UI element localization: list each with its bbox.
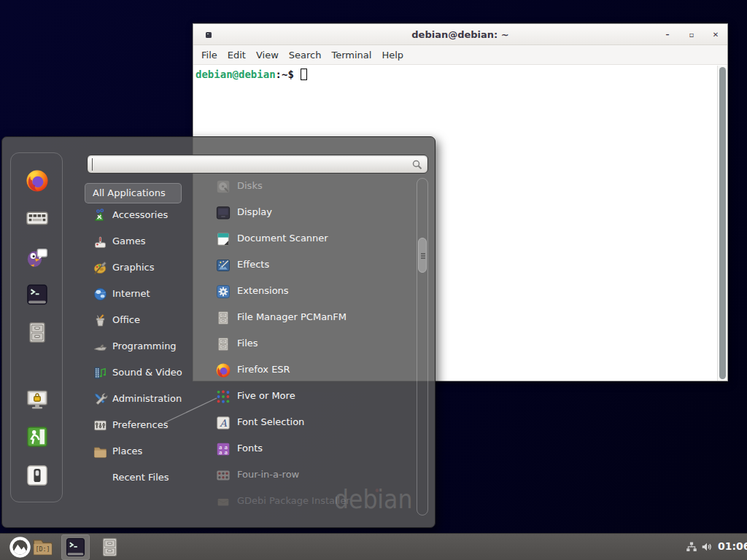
five-or-more-icon (215, 389, 231, 405)
favorite-firefox-icon[interactable] (25, 168, 50, 193)
taskbar-folder-icon[interactable]: [D:] (31, 536, 54, 559)
app-gdebi-package-installer[interactable]: GDebi Package Installer (209, 489, 413, 515)
category-label: Sound & Video (112, 367, 182, 378)
office-icon (93, 313, 108, 328)
taskbar: [D:] 01:06 (0, 533, 747, 560)
app-four-in-a-row[interactable]: Four-in-a-row (209, 462, 413, 489)
app-firefox-esr[interactable]: Firefox ESR (209, 357, 413, 384)
terminal-menu-edit[interactable]: Edit (222, 50, 251, 61)
fonts-icon: aaaa (215, 441, 231, 457)
file-cabinet-icon (215, 310, 231, 326)
favorites-sidebar (10, 152, 63, 502)
category-label: Internet (112, 288, 150, 299)
terminal-menu-help[interactable]: Help (376, 50, 409, 61)
app-files[interactable]: Files (209, 331, 413, 357)
file-cabinet-icon (98, 536, 121, 559)
app-effects[interactable]: Effects (209, 252, 413, 279)
category-label: Games (112, 236, 145, 246)
terminal-menu-terminal[interactable]: Terminal (326, 50, 376, 61)
category-label: Office (112, 314, 140, 325)
favorite-shutdown-icon[interactable] (25, 463, 50, 488)
effects-icon (215, 257, 231, 273)
terminal-titlebar[interactable]: debian@debian: ~ – ▫ ✕ (193, 24, 727, 45)
favorite-file-cabinet-icon[interactable] (25, 320, 50, 345)
taskbar-file-cabinet-icon[interactable] (98, 536, 121, 559)
gdebi-icon (215, 494, 231, 510)
terminal-cursor (301, 69, 307, 80)
file-cabinet-icon (215, 336, 231, 352)
favorite-logout-icon[interactable] (25, 424, 50, 449)
category-label: Accessories (112, 209, 168, 220)
terminal-menu-view[interactable]: View (251, 50, 284, 61)
terminal-menu-search[interactable]: Search (284, 50, 327, 61)
app-fonts[interactable]: aaaaFonts (209, 436, 413, 462)
category-label: Administration (112, 393, 182, 404)
category-label: Places (112, 446, 142, 456)
favorite-keyboard-icon[interactable] (25, 206, 50, 230)
app-extensions[interactable]: Extensions (209, 279, 413, 305)
menu-scrollbar-thumb[interactable] (418, 238, 427, 273)
menu-scrollbar[interactable] (417, 178, 428, 516)
taskbar-clock[interactable]: 01:06 (718, 540, 747, 552)
terminal-icon (64, 536, 87, 559)
network-icon[interactable] (685, 540, 698, 553)
app-font-selection[interactable]: AFont Selection (209, 410, 413, 436)
category-programming[interactable]: Programming (85, 334, 205, 360)
disks-icon (215, 179, 231, 195)
folder-icon: [D:] (31, 536, 54, 559)
app-label: Files (237, 338, 258, 349)
category-preferences[interactable]: Preferences (85, 413, 205, 439)
app-disks[interactable]: Disks (209, 174, 413, 200)
taskbar-menu-logo-icon[interactable] (9, 536, 31, 559)
pidgin-icon (25, 244, 50, 268)
app-display[interactable]: Display (209, 200, 413, 226)
taskbar-terminal-icon[interactable] (64, 536, 87, 559)
maximize-button[interactable]: ▫ (681, 24, 703, 45)
category-all-applications[interactable]: All Applications (85, 183, 182, 203)
keyboard-icon (25, 206, 50, 230)
terminal-scrollbar[interactable] (717, 66, 727, 381)
svg-text:a: a (219, 449, 222, 456)
volume-icon[interactable] (700, 540, 713, 553)
category-internet[interactable]: Internet (85, 281, 205, 308)
app-five-or-more[interactable]: Five or More (209, 384, 413, 410)
app-label: Document Scanner (237, 233, 328, 244)
graphics-icon (93, 260, 108, 276)
app-label: File Manager PCManFM (237, 311, 347, 322)
app-label: Display (237, 206, 272, 217)
category-label: Preferences (112, 419, 168, 430)
category-accessories[interactable]: Accessories (85, 203, 205, 229)
category-sound-video[interactable]: Sound & Video (85, 360, 205, 386)
font-selection-icon: A (215, 415, 231, 431)
close-button[interactable]: ✕ (705, 24, 727, 45)
category-administration[interactable]: Administration (85, 386, 205, 413)
category-label: Recent Files (112, 472, 169, 483)
app-label: Font Selection (237, 416, 304, 427)
preferences-icon (93, 418, 108, 433)
terminal-title: debian@debian: ~ (193, 29, 727, 40)
firefox-icon (215, 362, 231, 378)
firefox-icon (25, 168, 50, 193)
four-in-a-row-icon (215, 467, 231, 483)
network-icon (685, 540, 698, 553)
favorite-pidgin-icon[interactable] (25, 244, 50, 268)
category-graphics[interactable]: Graphics (85, 255, 205, 281)
administration-icon (93, 392, 108, 407)
favorite-terminal-icon[interactable] (25, 282, 50, 307)
app-file-manager-pcmanfm[interactable]: File Manager PCManFM (209, 305, 413, 331)
app-document-scanner[interactable]: Document Scanner (209, 226, 413, 252)
category-places[interactable]: Places (85, 439, 205, 465)
display-icon (215, 205, 231, 221)
minimize-button[interactable]: – (657, 24, 678, 45)
category-office[interactable]: Office (85, 308, 205, 334)
terminal-menu-file[interactable]: File (196, 50, 222, 61)
search-input[interactable] (87, 155, 428, 174)
internet-icon (93, 287, 108, 302)
category-recent-files[interactable]: Recent Files (85, 465, 205, 491)
terminal-scrollbar-thumb[interactable] (719, 67, 726, 379)
category-games[interactable]: Games (85, 229, 205, 255)
shutdown-icon (25, 463, 50, 488)
favorite-screensaver-icon[interactable] (25, 387, 50, 412)
places-icon (93, 444, 108, 459)
search-icon (411, 159, 423, 171)
